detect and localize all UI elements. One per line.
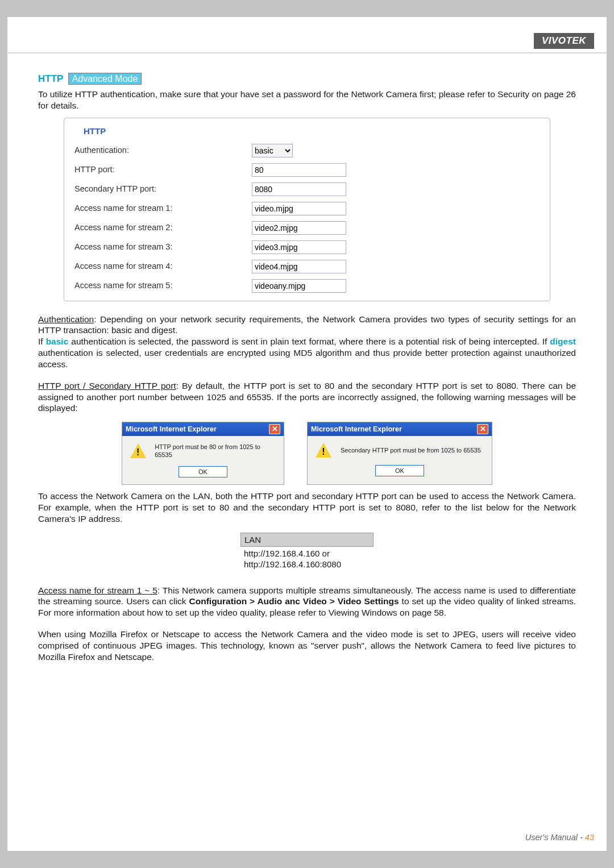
authentication-select[interactable]: basic	[252, 144, 293, 157]
intro-paragraph: To utilize HTTP authentication, make sur…	[38, 89, 576, 111]
access-paragraph: To access the Network Camera on the LAN,…	[38, 491, 576, 524]
secondary-http-port-input[interactable]	[252, 182, 346, 196]
warning-icon: !	[130, 443, 146, 458]
stream3-input[interactable]	[252, 240, 346, 254]
stream5-label: Access name for stream 5:	[74, 280, 252, 291]
dialog-http-port: Microsoft Internet Explorer ✕ ! HTTP por…	[122, 422, 284, 485]
stream1-label: Access name for stream 1:	[74, 203, 252, 214]
http-port-input[interactable]	[252, 163, 346, 177]
lan-url-1: http://192.168.4.160 or	[244, 548, 370, 559]
dialog-secondary-port: Microsoft Internet Explorer ✕ ! Secondar…	[307, 422, 492, 485]
basic-keyword: basic	[46, 337, 69, 346]
row-stream3: Access name for stream 3:	[74, 240, 540, 254]
stream-underline: Access name for stream 1 ~ 5	[38, 585, 157, 595]
http-heading: HTTP	[38, 73, 63, 84]
dialog1-titlebar: Microsoft Internet Explorer ✕	[122, 422, 284, 436]
stream4-input[interactable]	[252, 260, 346, 273]
page-number: 43	[585, 833, 594, 842]
brand-logo: VIVOTEK	[534, 33, 594, 49]
row-authentication: Authentication: basic	[74, 144, 540, 157]
stream-paragraph: Access name for stream 1 ~ 5: This Netwo…	[38, 585, 576, 618]
auth-underline: Authentication	[38, 314, 94, 324]
row-stream1: Access name for stream 1:	[74, 202, 540, 215]
lan-url-2: http://192.168.4.160:8080	[244, 559, 370, 570]
mozilla-paragraph: When using Mozilla Firefox or Netscape t…	[38, 629, 576, 662]
lan-body: http://192.168.4.160 or http://192.168.4…	[240, 547, 374, 572]
dialog2-title: Microsoft Internet Explorer	[311, 425, 402, 434]
http-fieldset: HTTP Authentication: basic HTTP port: Se…	[64, 118, 550, 301]
secondary-http-port-label: Secondary HTTP port:	[74, 184, 252, 194]
stream5-input[interactable]	[252, 279, 346, 293]
row-http-port: HTTP port:	[74, 163, 540, 177]
port-paragraph: HTTP port / Secondary HTTP port: By defa…	[38, 380, 576, 414]
authentication-paragraph: Authentication: Depending on your networ…	[38, 314, 576, 370]
lan-box: LAN http://192.168.4.160 or http://192.1…	[240, 533, 374, 572]
header-bar: VIVOTEK	[7, 17, 607, 53]
dialog2-titlebar: Microsoft Internet Explorer ✕	[308, 422, 492, 436]
auth-line2b: authentication is selected, the password…	[68, 337, 550, 346]
section-heading: HTTP Advanced Mode	[38, 73, 576, 85]
stream3-label: Access name for stream 3:	[74, 242, 252, 252]
auth-line2c: authentication is selected, user credent…	[38, 348, 576, 369]
stream1-input[interactable]	[252, 202, 346, 215]
ok-button[interactable]: OK	[375, 465, 424, 476]
digest-keyword: digest	[550, 337, 576, 346]
dialog1-title: Microsoft Internet Explorer	[126, 425, 217, 434]
close-icon[interactable]: ✕	[269, 424, 280, 434]
dialog1-message: HTTP port must be 80 or from 1025 to 655…	[155, 443, 276, 459]
fieldset-legend: HTTP	[80, 126, 109, 136]
warning-dialogs: Microsoft Internet Explorer ✕ ! HTTP por…	[38, 422, 576, 485]
row-stream5: Access name for stream 5:	[74, 279, 540, 293]
http-port-label: HTTP port:	[74, 164, 252, 175]
row-stream4: Access name for stream 4:	[74, 260, 540, 273]
advanced-mode-badge: Advanced Mode	[68, 73, 142, 85]
footer-label: User's Manual -	[525, 833, 585, 842]
row-stream2: Access name for stream 2:	[74, 221, 540, 235]
dialog2-message: Secondary HTTP port must be from 1025 to…	[341, 446, 481, 454]
stream4-label: Access name for stream 4:	[74, 261, 252, 272]
http-fieldset-wrap: HTTP Authentication: basic HTTP port: Se…	[64, 118, 550, 301]
auth-line2a: If	[38, 337, 46, 346]
warning-icon: !	[316, 443, 331, 458]
stream2-input[interactable]	[252, 221, 346, 235]
page: VIVOTEK HTTP Advanced Mode To utilize HT…	[7, 17, 607, 851]
row-secondary-http-port: Secondary HTTP port:	[74, 182, 540, 196]
stream2-label: Access name for stream 2:	[74, 222, 252, 233]
close-icon[interactable]: ✕	[477, 424, 488, 434]
auth-text1: : Depending on your network security req…	[38, 314, 576, 335]
ok-button[interactable]: OK	[179, 466, 227, 477]
footer: User's Manual - 43	[525, 833, 594, 842]
config-path-bold: Configuration > Audio anc Video > Video …	[189, 596, 399, 606]
port-underline: HTTP port / Secondary HTTP port	[38, 381, 176, 391]
lan-head: LAN	[240, 533, 374, 547]
authentication-label: Authentication:	[74, 145, 252, 156]
content-area: HTTP Advanced Mode To utilize HTTP authe…	[7, 53, 607, 662]
